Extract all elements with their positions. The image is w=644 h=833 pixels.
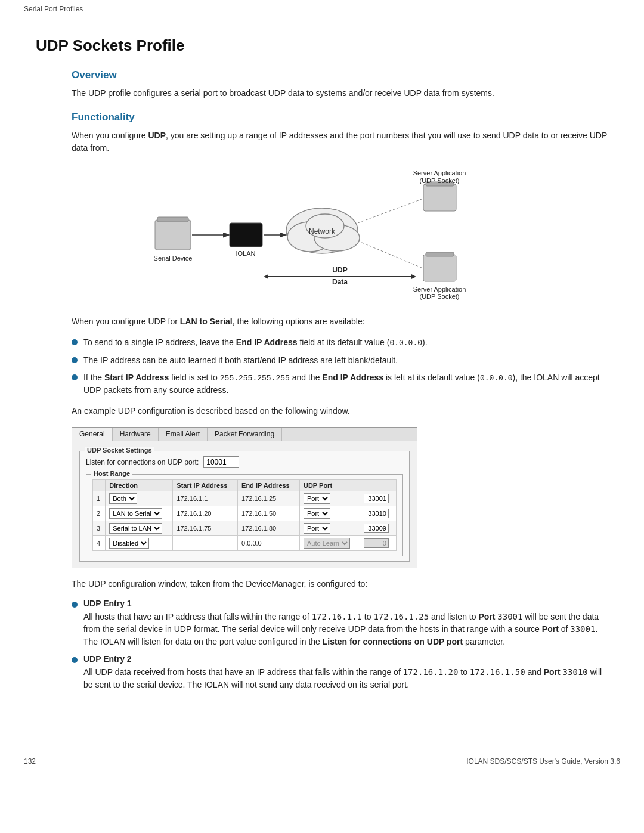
svg-text:Network: Network <box>309 227 336 236</box>
svg-text:Server Application: Server Application <box>413 169 466 176</box>
row-end-ip: 172.16.1.50 <box>238 506 300 521</box>
udp-listen-row: Listen for connections on UDP port: <box>86 456 403 468</box>
row-port-type: Port <box>299 521 360 536</box>
diagram-container: Serial Device IOLAN Network Server Appli… <box>72 166 608 304</box>
bullet-dot <box>72 657 78 663</box>
svg-rect-17 <box>426 252 454 256</box>
row-start-ip: 172.16.1.20 <box>173 506 238 521</box>
port-number-input[interactable] <box>364 509 389 518</box>
svg-text:Serial Device: Serial Device <box>154 255 193 262</box>
overview-heading: Overview <box>72 69 608 81</box>
page-number: 132 <box>24 757 36 766</box>
table-row: 4 Disabled 0.0.0.0 <box>93 536 397 551</box>
host-range-box: Host Range Direction Start IP Address En… <box>86 474 403 556</box>
udp-socket-settings-box: UDP Socket Settings Listen for connectio… <box>79 451 410 562</box>
row-port-num <box>360 536 396 551</box>
direction-select[interactable]: Serial to LAN <box>109 523 162 534</box>
port-number-input[interactable] <box>364 538 389 548</box>
entry-1-title: UDP Entry 1 <box>83 599 608 608</box>
port-number-input[interactable] <box>364 524 389 533</box>
tab-email-alert[interactable]: Email Alert <box>159 428 208 441</box>
svg-text:(UDP Socket): (UDP Socket) <box>419 177 459 184</box>
tab-general[interactable]: General <box>72 428 113 441</box>
tab-hardware[interactable]: Hardware <box>113 428 159 441</box>
svg-line-21 <box>358 241 422 268</box>
port-type-select[interactable]: Auto Learn <box>304 538 350 549</box>
bullet-item-3: If the Start IP Address field is set to … <box>72 371 608 397</box>
row-end-ip: 172.16.1.25 <box>238 491 300 506</box>
bullet-dot <box>72 339 78 345</box>
svg-rect-16 <box>423 255 456 281</box>
table-row: 1 Both 172.16.1.1 172.16.1.25 <box>93 491 397 506</box>
row-direction: LAN to Serial <box>106 506 173 521</box>
doc-title: IOLAN SDS/SCS/STS User's Guide, Version … <box>466 757 620 766</box>
row-num: 3 <box>93 521 106 536</box>
listen-label: Listen for connections on UDP port: <box>86 458 199 466</box>
tab-packet-forwarding[interactable]: Packet Forwarding <box>208 428 282 441</box>
row-port-type: Port <box>299 491 360 506</box>
svg-text:Server Application: Server Application <box>413 286 466 293</box>
page-title: UDP Sockets Profile <box>36 36 608 55</box>
lan-serial-intro: When you configure UDP for LAN to Serial… <box>72 315 608 328</box>
row-port-num <box>360 506 396 521</box>
col-num <box>93 480 106 491</box>
row-start-ip: 172.16.1.75 <box>173 521 238 536</box>
overview-section: Overview The UDP profile configures a se… <box>36 69 608 691</box>
col-udp-port: UDP Port <box>299 480 360 491</box>
row-end-ip: 172.16.1.80 <box>238 521 300 536</box>
svg-marker-23 <box>411 274 416 279</box>
host-range-table: Direction Start IP Address End IP Addres… <box>92 479 397 551</box>
row-start-ip <box>173 536 238 551</box>
entry-1-desc: All hosts that have an IP address that f… <box>83 611 608 648</box>
host-range-label: Host Range <box>91 470 132 477</box>
bottom-bar: 132 IOLAN SDS/SCS/STS User's Guide, Vers… <box>0 751 644 772</box>
row-start-ip: 172.16.1.1 <box>173 491 238 506</box>
listen-port-input[interactable] <box>203 456 239 468</box>
entry-1: UDP Entry 1 All hosts that have an IP ad… <box>72 599 608 648</box>
bullet-item-1: To send to a single IP address, leave th… <box>72 336 608 349</box>
port-type-select[interactable]: Port <box>304 493 330 504</box>
port-type-select[interactable]: Port <box>304 523 330 534</box>
breadcrumb: Serial Port Profiles <box>24 5 83 13</box>
direction-select[interactable]: Both <box>109 493 137 504</box>
udp-body: UDP Socket Settings Listen for connectio… <box>72 441 417 568</box>
udp-tabs: General Hardware Email Alert Packet Forw… <box>72 428 417 441</box>
entry-2-title: UDP Entry 2 <box>83 654 608 664</box>
entries-section: UDP Entry 1 All hosts that have an IP ad… <box>72 599 608 691</box>
table-row: 3 Serial to LAN 172.16.1.75 172.16.1.80 <box>93 521 397 536</box>
bullet-dot <box>72 602 78 608</box>
row-port-num <box>360 491 396 506</box>
row-direction: Disabled <box>106 536 173 551</box>
port-number-input[interactable] <box>364 494 389 503</box>
udp-section-label: UDP Socket Settings <box>85 447 154 454</box>
main-content: UDP Sockets Profile Overview The UDP pro… <box>0 18 644 733</box>
port-type-select[interactable]: Port <box>304 508 330 519</box>
row-port-type: Port <box>299 506 360 521</box>
udp-config-window: General Hardware Email Alert Packet Forw… <box>72 427 417 568</box>
direction-select[interactable]: Disabled <box>109 538 149 549</box>
row-port-num <box>360 521 396 536</box>
bullet-dot <box>72 374 78 380</box>
direction-select[interactable]: LAN to Serial <box>109 508 162 519</box>
svg-rect-3 <box>230 223 262 247</box>
bullet-dot <box>72 357 78 363</box>
svg-text:Data: Data <box>332 278 348 286</box>
svg-rect-1 <box>157 217 188 222</box>
table-row: 2 LAN to Serial 172.16.1.20 172.16.1.50 <box>93 506 397 521</box>
row-direction: Both <box>106 491 173 506</box>
row-end-ip: 0.0.0.0 <box>238 536 300 551</box>
row-port-type: Auto Learn <box>299 536 360 551</box>
udp-config-intro: The UDP configuration window, taken from… <box>72 578 608 590</box>
overview-body: The UDP profile configures a serial port… <box>72 87 608 100</box>
svg-line-20 <box>358 199 422 223</box>
col-end-ip: End IP Address <box>238 480 300 491</box>
row-direction: Serial to LAN <box>106 521 173 536</box>
row-num: 4 <box>93 536 106 551</box>
col-direction: Direction <box>106 480 173 491</box>
col-start-ip: Start IP Address <box>173 480 238 491</box>
bullet-item-2: The IP address can be auto learned if bo… <box>72 354 608 367</box>
svg-marker-24 <box>264 274 268 279</box>
top-bar: Serial Port Profiles <box>0 0 644 18</box>
network-diagram: Serial Device IOLAN Network Server Appli… <box>137 166 543 304</box>
col-port-num <box>360 480 396 491</box>
